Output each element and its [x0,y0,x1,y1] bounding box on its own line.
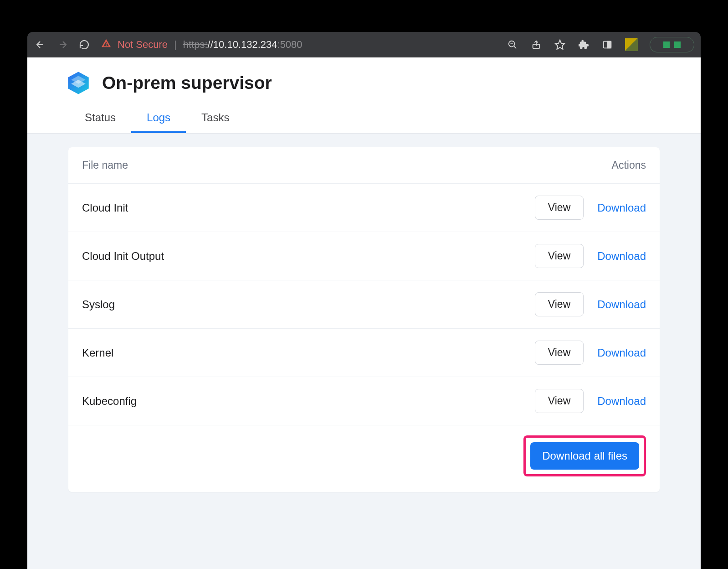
forward-button[interactable] [56,38,69,52]
view-button[interactable]: View [535,341,584,365]
svg-rect-4 [608,41,611,48]
toolbar-right [507,37,694,52]
table-row: Cloud Init View Download [68,184,660,232]
content-area: File name Actions Cloud Init View Downlo… [27,134,701,569]
view-button[interactable]: View [535,292,584,316]
tab-tasks[interactable]: Tasks [186,105,245,133]
download-all-button[interactable]: Download all files [530,442,639,470]
reload-button[interactable] [77,38,91,52]
view-button[interactable]: View [535,196,584,220]
download-link[interactable]: Download [597,298,646,311]
tab-logs[interactable]: Logs [131,105,186,133]
app-logo-icon [66,70,91,96]
file-name: Kernel [82,347,113,359]
tab-status[interactable]: Status [69,105,131,133]
page-title: On-prem supervisor [102,73,272,93]
separator: | [174,39,177,51]
view-button[interactable]: View [535,389,584,413]
browser-toolbar: Not Secure | https://10.10.132.234:5080 [27,32,701,57]
star-icon[interactable] [554,39,566,51]
table-row: Kubeconfig View Download [68,377,660,425]
page-content: On-prem supervisor Status Logs Tasks Fil… [27,57,701,569]
table-row: Cloud Init Output View Download [68,232,660,280]
status-dot-icon [663,41,670,48]
highlight-annotation: Download all files [523,435,646,476]
not-secure-label: Not Secure [118,39,168,51]
table-footer: Download all files [68,425,660,492]
profile-avatar[interactable] [625,38,638,51]
download-link[interactable]: Download [597,395,646,408]
table-header: File name Actions [68,147,660,184]
address-bar[interactable]: Not Secure | https://10.10.132.234:5080 [101,38,302,51]
browser-window: Not Secure | https://10.10.132.234:5080 [27,32,701,569]
status-dot-icon [674,41,681,48]
url-text: https://10.10.132.234:5080 [183,39,302,51]
share-icon[interactable] [530,39,542,51]
col-file-name: File name [82,159,128,171]
svg-marker-2 [555,40,564,49]
table-row: Syslog View Download [68,280,660,329]
status-pill[interactable] [650,37,694,52]
page-header: On-prem supervisor Status Logs Tasks [27,57,701,134]
panel-icon[interactable] [601,39,613,51]
warning-icon [101,38,111,51]
tab-bar: Status Logs Tasks [27,105,701,134]
file-name: Syslog [82,298,115,311]
view-button[interactable]: View [535,244,584,268]
file-name: Cloud Init [82,202,128,214]
download-link[interactable]: Download [597,347,646,359]
table-row: Kernel View Download [68,329,660,377]
download-link[interactable]: Download [597,250,646,263]
extensions-icon[interactable] [578,39,590,51]
download-link[interactable]: Download [597,202,646,214]
col-actions: Actions [612,159,646,171]
back-button[interactable] [34,38,47,52]
file-name: Kubeconfig [82,395,137,408]
zoom-out-icon[interactable] [507,39,518,51]
logs-table: File name Actions Cloud Init View Downlo… [68,147,660,492]
file-name: Cloud Init Output [82,250,164,263]
